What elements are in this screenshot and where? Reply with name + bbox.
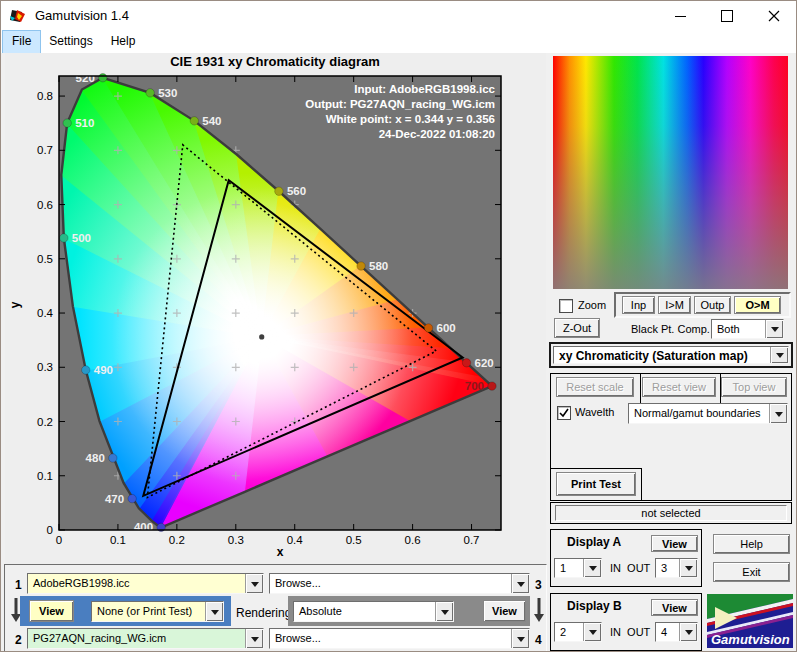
dropdown-arrow-icon[interactable] bbox=[245, 629, 263, 648]
wavelength-label-510: 510 bbox=[75, 117, 94, 129]
display-a-out-select[interactable]: 3 bbox=[655, 558, 698, 578]
rendering-intent-select[interactable]: Absolute bbox=[293, 601, 454, 622]
wavelength-label-530: 530 bbox=[158, 87, 177, 99]
wavelength-checkbox-label: Wavelth bbox=[575, 406, 614, 418]
display-a-view-button[interactable]: View bbox=[651, 535, 698, 552]
chromaticity-diagram[interactable]: CIE 1931 xy Chromaticity diagram x y 400… bbox=[5, 53, 546, 565]
wavelength-dot-560 bbox=[275, 187, 283, 195]
minimize-icon bbox=[675, 16, 686, 17]
menu-help[interactable]: Help bbox=[102, 31, 145, 53]
menu-bar: File Settings Help bbox=[1, 31, 797, 53]
dropdown-arrow-icon[interactable] bbox=[770, 347, 788, 363]
dropdown-arrow-icon[interactable] bbox=[511, 574, 529, 593]
svg-text:0.1: 0.1 bbox=[110, 534, 126, 546]
mode-select-frame: xy Chromaticity (Saturation map) bbox=[549, 342, 793, 368]
svg-text:Input: AdobeRGB1998.icc: Input: AdobeRGB1998.icc bbox=[354, 83, 495, 95]
svg-text:0.4: 0.4 bbox=[37, 307, 54, 319]
boundaries-select[interactable]: Normal/gamut boundaries bbox=[628, 403, 788, 424]
print-test-button[interactable]: Print Test bbox=[556, 472, 636, 496]
svg-text:24-Dec-2022 01:08:20: 24-Dec-2022 01:08:20 bbox=[379, 128, 495, 140]
wavelength-label-520: 520 bbox=[76, 72, 95, 84]
dropdown-arrow-icon[interactable] bbox=[765, 320, 783, 338]
wavelength-label-540: 540 bbox=[202, 115, 221, 127]
dropdown-arrow-icon[interactable] bbox=[583, 559, 601, 577]
pattern-select[interactable]: None (or Print Test) bbox=[91, 601, 224, 622]
gamutvision-logo: Gamutvision bbox=[707, 594, 793, 648]
chromaticity-figure: CIE 1931 xy Chromaticity diagram x y 400… bbox=[5, 53, 546, 565]
output-profile-select[interactable]: PG27AQN_racing_WG.icm bbox=[27, 628, 264, 649]
wavelength-label-490: 490 bbox=[94, 364, 113, 376]
svg-text:0.8: 0.8 bbox=[37, 90, 53, 102]
rendering-view-button[interactable]: View bbox=[483, 600, 526, 622]
dropdown-arrow-icon[interactable] bbox=[583, 623, 601, 641]
reset-scale-button[interactable]: Reset scale bbox=[556, 377, 634, 397]
wavelength-label-480: 480 bbox=[86, 452, 105, 464]
hue-saturation-map[interactable] bbox=[553, 56, 788, 289]
black-pt-comp-select[interactable]: Both bbox=[711, 319, 784, 339]
checkmark-icon bbox=[558, 407, 570, 419]
top-view-button[interactable]: Top view bbox=[721, 377, 787, 397]
input-monitor-view-button[interactable]: I>M bbox=[658, 296, 691, 314]
wavelength-dot-580 bbox=[357, 262, 365, 270]
browse-profile-4-select[interactable]: Browse... bbox=[269, 628, 530, 649]
wavelength-dot-470 bbox=[128, 494, 136, 502]
wavelength-dot-530 bbox=[146, 89, 154, 97]
zoom-out-button[interactable]: Z-Out bbox=[554, 318, 600, 338]
wavelength-label-400: 400 bbox=[134, 521, 153, 533]
wavelength-dot-510 bbox=[63, 119, 71, 127]
status-text: not selected bbox=[555, 505, 787, 521]
white-point-marker bbox=[259, 334, 264, 339]
display-a-title: Display A bbox=[567, 535, 621, 549]
input-profile-select[interactable]: AdobeRGB1998.icc bbox=[27, 573, 264, 594]
exit-button[interactable]: Exit bbox=[713, 562, 790, 582]
svg-text:0.2: 0.2 bbox=[37, 416, 53, 428]
menu-file[interactable]: File bbox=[3, 31, 40, 53]
wavelength-dot-500 bbox=[60, 234, 68, 242]
menu-settings[interactable]: Settings bbox=[40, 31, 101, 53]
maximize-button[interactable] bbox=[704, 1, 750, 31]
rendering-label: Rendering bbox=[236, 606, 291, 620]
close-button[interactable] bbox=[751, 1, 797, 31]
slot2-number: 2 bbox=[15, 633, 22, 647]
display-b-out-select[interactable]: 4 bbox=[655, 622, 698, 642]
wavelength-dot-520 bbox=[99, 74, 107, 82]
dropdown-arrow-icon[interactable] bbox=[205, 602, 223, 621]
display-a-in-select[interactable]: 1 bbox=[554, 558, 602, 578]
minimize-button[interactable] bbox=[657, 1, 703, 31]
dropdown-arrow-icon[interactable] bbox=[245, 574, 263, 593]
browse-profile-3-select[interactable]: Browse... bbox=[269, 573, 530, 594]
chart-title: CIE 1931 xy Chromaticity diagram bbox=[170, 54, 380, 69]
wavelength-dot-700 bbox=[488, 382, 496, 390]
wavelength-checkbox[interactable] bbox=[557, 406, 571, 420]
display-b-view-button[interactable]: View bbox=[651, 599, 698, 616]
display-mode-select[interactable]: xy Chromaticity (Saturation map) bbox=[553, 346, 789, 364]
pattern-view-button[interactable]: View bbox=[29, 600, 74, 622]
zoom-checkbox[interactable] bbox=[559, 299, 573, 313]
svg-text:0.7: 0.7 bbox=[37, 144, 53, 156]
wavelength-label-500: 500 bbox=[72, 232, 91, 244]
maximize-icon bbox=[721, 10, 733, 22]
dropdown-arrow-icon[interactable] bbox=[679, 559, 697, 577]
logo-text: Gamutvision bbox=[711, 632, 790, 647]
svg-text:Output: PG27AQN_racing_WG.icm: Output: PG27AQN_racing_WG.icm bbox=[305, 98, 495, 110]
dropdown-arrow-icon[interactable] bbox=[435, 602, 453, 621]
display-b-inout-label: IN OUT bbox=[610, 626, 650, 638]
dropdown-arrow-icon[interactable] bbox=[511, 629, 529, 648]
reset-view-button[interactable]: Reset view bbox=[642, 377, 716, 397]
zoom-checkbox-label: Zoom bbox=[578, 299, 606, 311]
display-b-in-select[interactable]: 2 bbox=[554, 622, 602, 642]
output-monitor-view-button[interactable]: O>M bbox=[734, 296, 781, 314]
svg-text:0.5: 0.5 bbox=[37, 253, 53, 265]
svg-text:0.7: 0.7 bbox=[464, 534, 480, 546]
wavelength-dot-620 bbox=[462, 359, 470, 367]
output-view-button[interactable]: Outp bbox=[694, 296, 731, 314]
svg-text:0.6: 0.6 bbox=[405, 534, 421, 546]
app-icon bbox=[9, 8, 28, 25]
wavelength-label-580: 580 bbox=[369, 260, 388, 272]
dropdown-arrow-icon[interactable] bbox=[769, 404, 787, 423]
input-view-button[interactable]: Inp bbox=[622, 296, 655, 314]
svg-text:0: 0 bbox=[47, 524, 53, 536]
dropdown-arrow-icon[interactable] bbox=[679, 623, 697, 641]
help-button[interactable]: Help bbox=[713, 534, 790, 554]
content-area: CIE 1931 xy Chromaticity diagram x y 400… bbox=[1, 53, 797, 652]
